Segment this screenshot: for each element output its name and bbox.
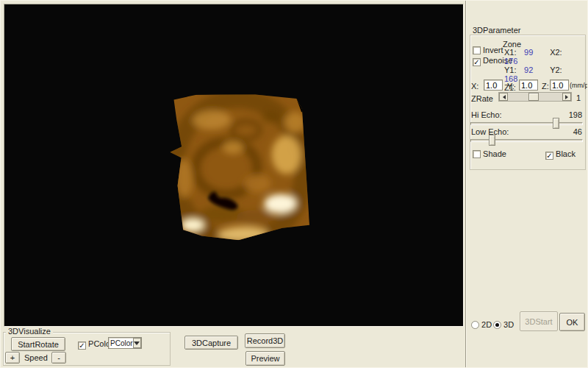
invert-checkbox[interactable]: Invert (473, 46, 503, 54)
zrate-scroll-right-button[interactable] (562, 93, 571, 101)
zone-y1-value: 92 (524, 66, 548, 74)
scale-z-input[interactable] (550, 79, 569, 91)
hi-echo-label: Hi Echo: (471, 110, 502, 119)
pcolor-dropdown-button[interactable] (133, 338, 141, 348)
black-checkbox-box[interactable]: ✓ (545, 152, 553, 160)
hi-echo-slider-thumb[interactable] (553, 118, 559, 129)
zone-x1-value: 99 (524, 48, 548, 57)
visualize-group-title: 3DVisualize (6, 328, 53, 336)
scale-x-label: X: (471, 82, 478, 91)
render-viewport[interactable] (4, 4, 464, 327)
capture3d-button[interactable]: 3DCapture (184, 336, 238, 350)
zone-x2-value: 176 (504, 57, 525, 66)
radio-dot-icon (495, 323, 499, 327)
speed-label: Speed (24, 353, 48, 362)
pcolor-dropdown[interactable]: PColor (108, 337, 142, 349)
zrate-scrollbar-thumb[interactable] (528, 93, 539, 101)
start3d-button[interactable]: 3DStart (520, 311, 558, 331)
hi-echo-slider-track[interactable] (470, 122, 583, 125)
pcolor-checkbox-box[interactable]: ✓ (78, 342, 86, 350)
record3d-button[interactable]: Record3D (245, 333, 285, 348)
scale-z-label: Z: (542, 82, 549, 91)
zone-row-x: X1: 99 X2: 176 (504, 48, 588, 66)
low-echo-slider-thumb[interactable] (489, 135, 495, 146)
radio-3d-label: 3D (503, 320, 514, 329)
zone-y1-label: Y1: (504, 66, 522, 74)
scroll-left-arrow-icon (501, 95, 506, 99)
radio-2d-label: 2D (481, 320, 492, 329)
ok-button[interactable]: OK (559, 313, 585, 331)
parameter-panel: 3DParameter Invert ✓ Denoise Zone X1: 99… (465, 1, 588, 368)
radio-2d[interactable]: 2D (471, 320, 492, 329)
zrate-value: 1 (576, 93, 581, 102)
zone-x2-label: X2: (550, 48, 569, 57)
invert-label: Invert (483, 46, 503, 54)
radio-3d-circle[interactable] (493, 321, 501, 329)
shade-checkbox[interactable]: Shade (473, 149, 506, 158)
scroll-right-arrow-icon (565, 95, 570, 99)
zone-x1-label: X1: (504, 48, 522, 57)
speed-plus-button[interactable]: + (5, 352, 20, 364)
check-icon: ✓ (546, 152, 552, 160)
start-rotate-button[interactable]: StartRotate (11, 337, 65, 351)
zrate-label: ZRate (471, 94, 493, 103)
radio-3d[interactable]: 3D (493, 320, 514, 329)
black-label: Black (556, 149, 576, 158)
check-icon: ✓ (473, 58, 479, 66)
low-echo-value: 46 (573, 127, 582, 136)
zone-y2-label: Y2: (550, 66, 569, 74)
shade-checkbox-box[interactable] (473, 150, 481, 158)
zrate-scrollbar[interactable] (498, 92, 572, 102)
scale-y-label: Y: (507, 82, 514, 91)
low-echo-slider-track[interactable] (470, 139, 583, 142)
pcolor-dropdown-value: PColor (110, 339, 133, 347)
radio-2d-circle[interactable] (471, 321, 479, 329)
scale-unit-label: (mm/p) (570, 82, 588, 89)
preview-button[interactable]: Preview (245, 351, 285, 366)
shade-label: Shade (483, 149, 506, 158)
check-icon: ✓ (79, 342, 85, 350)
speed-minus-button[interactable]: - (51, 352, 66, 364)
zone-row-y: Y1: 92 Y2: 168 (504, 66, 588, 83)
denoise-checkbox-box[interactable]: ✓ (473, 58, 481, 66)
dropdown-arrow-icon (134, 342, 140, 348)
parameter-group-title: 3DParameter (470, 26, 523, 35)
ultrasound-3d-render (167, 86, 321, 250)
zrate-scroll-left-button[interactable] (499, 93, 508, 101)
scale-y-input[interactable] (519, 79, 538, 91)
app-window: { "colors": { "panel_bg": "#ece9d8", "va… (0, 0, 588, 368)
hi-echo-value: 198 (569, 110, 582, 119)
scale-x-input[interactable] (484, 79, 503, 91)
invert-checkbox-box[interactable] (473, 46, 481, 54)
black-checkbox[interactable]: ✓ Black (545, 149, 576, 160)
